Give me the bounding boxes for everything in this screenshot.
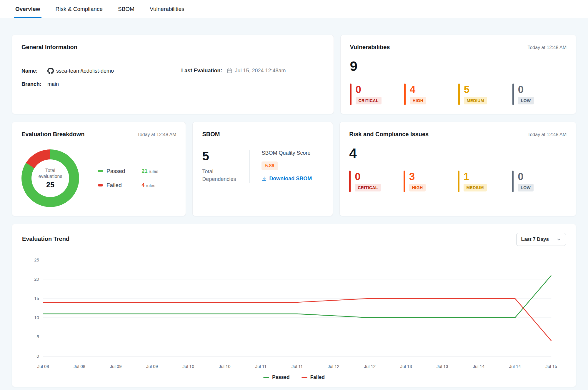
severity-high: 3 HIGH [404,171,458,192]
passed-label: Passed [106,168,125,174]
legend-passed: Passed [98,168,125,174]
evaluations-donut-chart: Total evaluations 25 [21,149,79,207]
donut-center-value: 25 [46,181,54,189]
dashboard-content: General Information Name: ssca-team/todo… [0,18,588,390]
severity-badge: MEDIUM [464,184,487,191]
sbom-quality-score-badge: 5.86 [261,161,278,170]
evaluation-breakdown-card: Evaluation Breakdown Today at 12:48 AM T… [12,122,186,216]
github-icon [47,68,54,74]
tab-vulnerabilities[interactable]: Vulnerabilities [149,1,186,18]
evaluation-breakdown-title: Evaluation Breakdown [21,131,85,138]
trend-legend-passed: Passed [263,374,290,380]
severity-medium: 5 MEDIUM [458,84,512,105]
svg-text:Jul 08: Jul 08 [37,364,49,369]
severity-badge: CRITICAL [356,97,382,104]
date-range-dropdown[interactable]: Last 7 Days [516,233,566,246]
severity-bar [404,84,406,105]
severity-badge: LOW [518,97,534,104]
branch-label: Branch: [21,81,44,87]
severity-badge: LOW [518,184,534,191]
sbom-total-dependencies: 5 [202,150,239,162]
tab-risk-compliance[interactable]: Risk & Compliance [54,1,104,18]
severity-bar [350,84,352,105]
repo-name-text: ssca-team/todolist-demo [56,68,114,74]
svg-text:Jul 12: Jul 12 [364,364,376,369]
download-sbom-link[interactable]: Download SBOM [261,176,312,182]
evaluation-breakdown-timestamp: Today at 12:48 AM [137,132,176,137]
last-evaluation-label: Last Evaluation: [181,68,222,74]
risk-compliance-title: Risk and Compliance Issues [349,131,429,138]
general-information-card: General Information Name: ssca-team/todo… [12,35,334,114]
severity-critical: 0 CRITICAL [350,84,404,105]
sbom-total-label: Total Dependencies [202,168,239,183]
passed-dot [98,170,103,172]
svg-text:25: 25 [34,257,39,262]
trend-legend: Passed Failed [22,374,566,380]
severity-bar [512,84,514,105]
general-information-title: General Information [21,44,77,51]
passed-unit: rules [149,169,159,174]
svg-text:Jul 09: Jul 09 [146,364,158,369]
svg-text:Jul 14: Jul 14 [473,364,484,369]
last-evaluation-row: Last Evaluation: Jul 15, 2024 12:48am [181,68,324,74]
tab-bar: Overview Risk & Compliance SBOM Vulnerab… [0,0,588,18]
severity-critical: 0 CRITICAL [349,171,404,192]
branch-row: Branch: main [21,81,181,87]
passed-value: 21 [141,168,147,174]
severity-bar [458,84,460,105]
branch-value: main [47,81,59,87]
vulnerabilities-timestamp: Today at 12:48 AM [527,45,567,50]
severity-count: 0 [355,171,360,181]
tab-overview[interactable]: Overview [14,1,41,18]
severity-badge: HIGH [410,97,427,104]
severity-badge: HIGH [409,184,426,191]
donut-center-label: Total evaluations [36,168,64,179]
name-label: Name: [21,68,44,74]
vulnerabilities-card: Vulnerabilities Today at 12:48 AM 9 0 CR… [340,35,576,114]
sbom-quality-score-label: SBOM Quality Score [261,150,310,156]
evaluation-trend-chart: 0510152025Jul 08Jul 08Jul 09Jul 09Jul 10… [22,256,566,373]
svg-text:Jul 11: Jul 11 [291,364,303,369]
severity-count: 4 [410,84,415,94]
severity-count: 0 [518,84,524,94]
severity-badge: CRITICAL [355,184,381,191]
repo-name-value: ssca-team/todolist-demo [47,68,114,74]
failed-line-swatch [302,377,307,378]
severity-bar [512,171,514,192]
severity-count: 3 [409,171,415,181]
svg-text:Jul 13: Jul 13 [437,364,448,369]
trend-legend-failed: Failed [302,374,325,380]
vulnerabilities-severity-grid: 0 CRITICAL 4 HIGH 5 MEDIUM [350,84,567,105]
sbom-card: SBOM 5 Total Dependencies SBOM Quality S… [192,122,333,216]
trend-passed-label: Passed [272,374,290,380]
failed-unit: rules [146,183,156,188]
tab-sbom[interactable]: SBOM [117,1,136,18]
svg-text:Jul 08: Jul 08 [74,364,85,369]
date-range-label: Last 7 Days [521,236,549,242]
severity-count: 0 [356,84,361,94]
risk-compliance-timestamp: Today at 12:48 AM [527,132,567,137]
severity-bar [349,171,351,192]
download-icon [261,176,267,181]
svg-text:Jul 09: Jul 09 [110,364,122,369]
svg-text:20: 20 [34,276,39,281]
svg-text:Jul 13: Jul 13 [400,364,412,369]
svg-text:Jul 14: Jul 14 [509,364,521,369]
download-sbom-label: Download SBOM [269,176,312,182]
legend-failed: Failed [98,182,125,189]
trend-failed-label: Failed [310,374,325,380]
last-evaluation-value: Jul 15, 2024 12:48am [235,68,286,74]
passed-rules-count: 21 rules [141,168,158,174]
svg-text:Jul 10: Jul 10 [219,364,231,369]
sbom-title: SBOM [202,131,220,138]
severity-count: 1 [464,171,469,181]
severity-count: 5 [464,84,469,94]
svg-text:Jul 10: Jul 10 [182,364,194,369]
severity-bar [404,171,405,192]
severity-high: 4 HIGH [404,84,458,105]
severity-low: 0 LOW [512,171,567,192]
svg-text:Jul 12: Jul 12 [328,364,339,369]
severity-medium: 1 MEDIUM [458,171,512,192]
calendar-icon [227,68,232,74]
chevron-down-icon [557,237,561,242]
